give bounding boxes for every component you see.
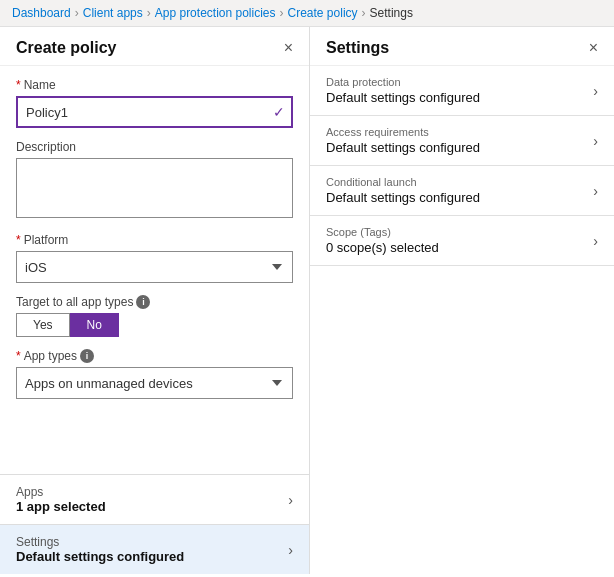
app-types-info-icon[interactable]: i	[80, 349, 94, 363]
apps-item-title: Apps	[16, 485, 106, 499]
right-panel-close-button[interactable]: ×	[589, 40, 598, 56]
name-checkmark-icon: ✓	[273, 104, 285, 120]
settings-list-item[interactable]: Settings Default settings configured ›	[0, 524, 309, 574]
apps-item-value: 1 app selected	[16, 499, 106, 514]
target-field-group: Target to all app types i Yes No	[16, 295, 293, 337]
toggle-yes-button[interactable]: Yes	[16, 313, 70, 337]
platform-select[interactable]: iOS Android	[16, 251, 293, 283]
right-panel: Settings × Data protection Default setti…	[310, 27, 614, 574]
access-requirements-item[interactable]: Access requirements Default settings con…	[310, 116, 614, 166]
data-protection-label: Data protection	[326, 76, 480, 88]
scope-tags-label: Scope (Tags)	[326, 226, 439, 238]
data-protection-item[interactable]: Data protection Default settings configu…	[310, 66, 614, 116]
target-toggle-group: Yes No	[16, 313, 119, 337]
scope-tags-value: 0 scope(s) selected	[326, 240, 439, 255]
right-panel-header: Settings ×	[310, 27, 614, 66]
breadcrumb-create-policy[interactable]: Create policy	[288, 6, 358, 20]
scope-tags-item[interactable]: Scope (Tags) 0 scope(s) selected ›	[310, 216, 614, 266]
right-panel-body: Data protection Default settings configu…	[310, 66, 614, 574]
apps-chevron-icon: ›	[288, 492, 293, 508]
settings-chevron-icon: ›	[288, 542, 293, 558]
app-types-select[interactable]: Apps on unmanaged devices	[16, 367, 293, 399]
platform-required-star: *	[16, 233, 21, 247]
data-protection-chevron-icon: ›	[593, 83, 598, 99]
app-types-required-star: *	[16, 349, 21, 363]
toggle-no-button[interactable]: No	[70, 313, 119, 337]
conditional-launch-item[interactable]: Conditional launch Default settings conf…	[310, 166, 614, 216]
breadcrumb-dashboard[interactable]: Dashboard	[12, 6, 71, 20]
settings-item-value: Default settings configured	[16, 549, 184, 564]
description-field-group: Description	[16, 140, 293, 221]
description-label: Description	[16, 140, 293, 154]
main-layout: Create policy × * Name ✓ Description	[0, 27, 614, 574]
breadcrumb-app-protection[interactable]: App protection policies	[155, 6, 276, 20]
name-required-star: *	[16, 78, 21, 92]
app-types-field-group: * App types i Apps on unmanaged devices	[16, 349, 293, 399]
left-panel: Create policy × * Name ✓ Description	[0, 27, 310, 574]
conditional-launch-chevron-icon: ›	[593, 183, 598, 199]
name-input[interactable]	[16, 96, 293, 128]
description-input[interactable]	[16, 158, 293, 218]
access-requirements-chevron-icon: ›	[593, 133, 598, 149]
conditional-launch-value: Default settings configured	[326, 190, 480, 205]
conditional-launch-label: Conditional launch	[326, 176, 480, 188]
right-panel-title: Settings	[326, 39, 389, 57]
left-panel-body: * Name ✓ Description * Platform	[0, 66, 309, 474]
breadcrumb: Dashboard › Client apps › App protection…	[0, 0, 614, 27]
access-requirements-label: Access requirements	[326, 126, 480, 138]
left-panel-close-button[interactable]: ×	[284, 40, 293, 56]
name-field-group: * Name ✓	[16, 78, 293, 128]
target-info-icon[interactable]: i	[136, 295, 150, 309]
breadcrumb-settings: Settings	[370, 6, 413, 20]
target-label: Target to all app types i	[16, 295, 293, 309]
data-protection-value: Default settings configured	[326, 90, 480, 105]
breadcrumb-client-apps[interactable]: Client apps	[83, 6, 143, 20]
left-panel-header: Create policy ×	[0, 27, 309, 66]
apps-list-item[interactable]: Apps 1 app selected ›	[0, 474, 309, 524]
access-requirements-value: Default settings configured	[326, 140, 480, 155]
platform-field-group: * Platform iOS Android	[16, 233, 293, 283]
platform-label: * Platform	[16, 233, 293, 247]
settings-item-title: Settings	[16, 535, 184, 549]
app-types-label: * App types i	[16, 349, 293, 363]
scope-tags-chevron-icon: ›	[593, 233, 598, 249]
name-label: * Name	[16, 78, 293, 92]
name-input-wrapper: ✓	[16, 96, 293, 128]
left-panel-title: Create policy	[16, 39, 116, 57]
